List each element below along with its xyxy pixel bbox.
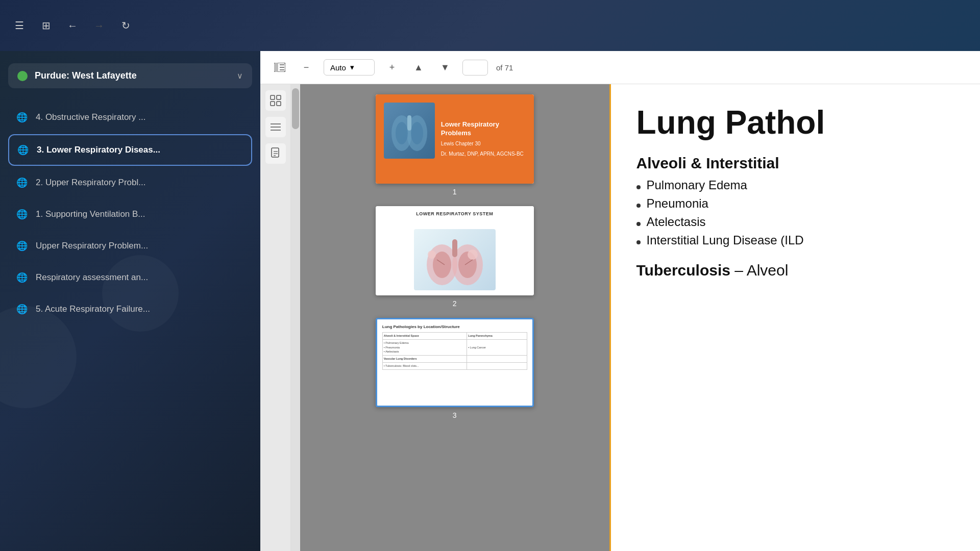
slide-2[interactable]: LOWER RESPIRATORY SYSTEM (376, 206, 534, 295)
svg-rect-18 (407, 115, 411, 131)
prev-page-button[interactable]: ▲ (409, 58, 428, 77)
sidebar-item-label-4: 4. Obstructive Respiratory ... (36, 112, 145, 122)
zoom-out-button[interactable]: − (297, 58, 315, 77)
svg-rect-7 (271, 102, 275, 106)
sidebar-item-label-1: 1. Supporting Ventilation B... (36, 209, 145, 219)
scroll-thumb[interactable] (292, 88, 299, 129)
bullet-pulmonary-edema: Pulmonary Edema (636, 178, 955, 192)
slide-2-image (414, 229, 496, 290)
chevron-down-icon: ∨ (237, 71, 243, 81)
tuberculosis-suffix: – Alveol (730, 262, 788, 279)
page-total: of 71 (496, 63, 513, 72)
scrollbar[interactable] (291, 84, 300, 551)
account-name: Purdue: West Lafayette (35, 70, 230, 81)
bullet-list-alveoli: Pulmonary Edema Pneumonia Atelectasis (636, 178, 955, 247)
slide-1-text-content: Lower Respiratory Problems Lewis Chapter… (441, 103, 526, 176)
slide-1[interactable]: Lower Respiratory Problems Lewis Chapter… (376, 94, 534, 184)
bullet-ild: Interstitial Lung Disease (ILD (636, 233, 955, 247)
slides-container: Lower Respiratory Problems Lewis Chapter… (300, 84, 609, 551)
svg-point-19 (396, 122, 408, 144)
slide-2-content: LOWER RESPIRATORY SYSTEM (376, 206, 534, 295)
slide-number-1: 1 (453, 188, 457, 196)
zoom-in-button[interactable]: + (383, 58, 401, 77)
svg-point-26 (428, 251, 436, 259)
bullet-dot-4 (636, 240, 641, 244)
slide-3-table: Alveoli & Interstitial Space Lung Parenc… (382, 332, 527, 370)
bullet-label-2: Pneumonia (647, 196, 708, 211)
sidebar-item-upper[interactable]: 🌐 Upper Respiratory Problem... (8, 231, 252, 261)
svg-rect-6 (277, 95, 281, 99)
slide-1-subtitle2: Dr. Murtaz, DNP, APRN, AGCNS-BC (441, 151, 526, 158)
sidebar-item-3[interactable]: 🌐 3. Lower Respiratory Diseas... (8, 134, 252, 166)
sidebar-item-label-3: 3. Lower Respiratory Diseas... (37, 145, 160, 155)
pdf-content: Lower Respiratory Problems Lewis Chapter… (260, 84, 980, 551)
thumbnails-view-icon[interactable] (265, 90, 286, 111)
refresh-icon[interactable]: ↻ (116, 16, 135, 35)
sidebar-item-5[interactable]: 🌐 5. Acute Respiratory Failure... (8, 294, 252, 324)
bullet-label-4: Interstitial Lung Disease (ILD (647, 233, 804, 247)
sidebar-item-1[interactable]: 🌐 1. Supporting Ventilation B... (8, 199, 252, 229)
slide-1-image (384, 103, 435, 159)
bullet-pneumonia: Pneumonia (636, 196, 955, 211)
svg-rect-1 (274, 63, 278, 72)
svg-rect-8 (277, 102, 281, 106)
bullet-atelectasis: Atelectasis (636, 215, 955, 229)
globe-icon-4: 🌐 (16, 112, 28, 123)
bullet-dot-2 (636, 204, 641, 208)
sidebar-item-2[interactable]: 🌐 2. Upper Respiratory Probl... (8, 168, 252, 197)
sidebar-item-label-upper: Upper Respiratory Problem... (36, 241, 148, 251)
attachment-view-icon[interactable] (265, 143, 286, 164)
slide-1-subtitle: Lewis Chapter 30 (441, 140, 526, 147)
bullet-label-3: Atelectasis (647, 215, 706, 229)
svg-rect-23 (452, 239, 457, 257)
globe-icon-upper: 🌐 (16, 240, 28, 252)
section-tuberculosis: Tuberculosis – Alveol (636, 262, 955, 279)
bullet-label-1: Pulmonary Edema (647, 178, 747, 192)
browser-controls: ☰ ⊞ ← → ↻ (10, 16, 135, 35)
bullet-dot-3 (636, 222, 641, 226)
back-icon[interactable]: ← (63, 16, 82, 35)
zoom-level-label: Auto (330, 63, 346, 72)
section-tuberculosis-heading: Tuberculosis – Alveol (636, 262, 955, 279)
pdf-area: − Auto ▾ + ▲ ▼ 3 of 71 (260, 51, 980, 551)
globe-icon-respiratory: 🌐 (16, 272, 28, 283)
pdf-sidebar-toggle-button[interactable] (271, 58, 289, 77)
slide-1-title: Lower Respiratory Problems (441, 120, 526, 138)
zoom-select[interactable]: Auto ▾ (324, 59, 375, 76)
sidebar-item-label-5: 5. Acute Respiratory Failure... (36, 304, 150, 314)
forward-icon[interactable]: → (90, 16, 108, 35)
right-content-panel: Lung Pathol Alveoli & Interstitial Pulmo… (609, 84, 981, 551)
slide-1-content: Lower Respiratory Problems Lewis Chapter… (376, 94, 534, 184)
slide-3-title: Lung Pathologies by Location/Structure (382, 324, 527, 329)
sidebar: Purdue: West Lafayette ∨ 🌐 4. Obstructiv… (0, 51, 260, 551)
menu-icon[interactable]: ☰ (10, 16, 29, 35)
globe-icon-2: 🌐 (16, 177, 28, 188)
globe-icon-3: 🌐 (17, 144, 29, 156)
slide-2-title: LOWER RESPIRATORY SYSTEM (416, 211, 493, 216)
slide-wrapper-3[interactable]: Lung Pathologies by Location/Structure A… (376, 318, 534, 419)
pdf-toolbar: − Auto ▾ + ▲ ▼ 3 of 71 (260, 51, 980, 84)
svg-point-20 (411, 122, 423, 144)
section-alveoli-heading: Alveoli & Interstitial (636, 155, 955, 172)
section-alveoli: Alveoli & Interstitial Pulmonary Edema P… (636, 155, 955, 247)
zoom-chevron-icon: ▾ (350, 63, 354, 72)
slide-number-2: 2 (453, 299, 457, 308)
account-selector[interactable]: Purdue: West Lafayette ∨ (8, 63, 252, 88)
page-number-input[interactable]: 3 (462, 60, 488, 76)
slide-wrapper-1[interactable]: Lower Respiratory Problems Lewis Chapter… (376, 94, 534, 196)
sidebar-item-label-2: 2. Upper Respiratory Probl... (36, 178, 145, 188)
sidebar-toggle-icon[interactable]: ⊞ (37, 16, 55, 35)
tuberculosis-bold: Tuberculosis (636, 262, 730, 279)
svg-point-27 (468, 249, 478, 260)
slide-3[interactable]: Lung Pathologies by Location/Structure A… (376, 318, 534, 407)
main-area: Purdue: West Lafayette ∨ 🌐 4. Obstructiv… (0, 51, 980, 551)
account-status-dot (17, 71, 28, 81)
bullet-dot-1 (636, 185, 641, 189)
sidebar-item-respiratory[interactable]: 🌐 Respiratory assessment an... (8, 263, 252, 292)
thumbnail-panel (260, 84, 291, 551)
outline-view-icon[interactable] (265, 117, 286, 137)
sidebar-item-4[interactable]: 🌐 4. Obstructive Respiratory ... (8, 103, 252, 132)
content-main-title: Lung Pathol (636, 105, 955, 140)
next-page-button[interactable]: ▼ (436, 58, 454, 77)
slide-wrapper-2[interactable]: LOWER RESPIRATORY SYSTEM (376, 206, 534, 308)
